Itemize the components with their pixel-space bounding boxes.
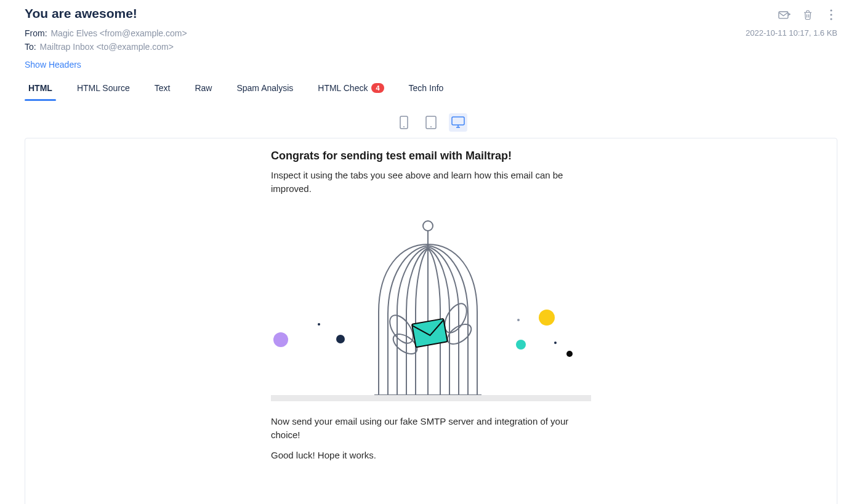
to-value: Mailtrap Inbox <to@example.com> bbox=[40, 42, 174, 52]
svg-point-5 bbox=[403, 126, 405, 127]
header-actions bbox=[778, 9, 837, 21]
tab-raw[interactable]: Raw bbox=[191, 78, 216, 100]
forward-icon[interactable] bbox=[778, 9, 791, 21]
from-label: From: bbox=[25, 28, 47, 38]
svg-point-3 bbox=[830, 18, 832, 20]
from-line: From: Magic Elves <from@example.com> bbox=[25, 27, 187, 41]
svg-point-1 bbox=[830, 9, 832, 11]
viewport-toggles bbox=[25, 113, 837, 132]
svg-point-7 bbox=[430, 126, 432, 127]
header-right: 2022-10-11 10:17, 1.6 KB bbox=[746, 6, 837, 38]
preview-p3: Good luck! Hope it works. bbox=[271, 449, 591, 462]
header: You are awesome! From: Magic Elves <from… bbox=[25, 6, 837, 70]
to-label: To: bbox=[25, 42, 36, 52]
more-icon[interactable] bbox=[825, 9, 837, 21]
cage-icon bbox=[369, 220, 486, 395]
email-subject: You are awesome! bbox=[25, 6, 187, 21]
svg-rect-16 bbox=[412, 319, 448, 347]
dot-navy bbox=[336, 335, 345, 343]
dot-tiny-1 bbox=[318, 323, 320, 326]
email-viewer: You are awesome! From: Magic Elves <from… bbox=[0, 0, 862, 504]
dot-tiny-3 bbox=[554, 342, 557, 344]
trash-icon[interactable] bbox=[802, 9, 814, 21]
desktop-icon[interactable] bbox=[449, 113, 467, 132]
to-line: To: Mailtrap Inbox <to@example.com> bbox=[25, 41, 187, 54]
email-body: Congrats for sending test email with Mai… bbox=[271, 150, 591, 462]
tab-html-check[interactable]: HTML Check 4 bbox=[314, 78, 387, 100]
from-value: Magic Elves <from@example.com> bbox=[50, 28, 187, 38]
mobile-icon[interactable] bbox=[395, 113, 413, 132]
dot-lavender bbox=[273, 332, 288, 347]
dot-black bbox=[566, 351, 573, 357]
html-check-badge: 4 bbox=[371, 83, 384, 93]
dot-yellow bbox=[539, 310, 555, 326]
tab-html[interactable]: HTML bbox=[25, 78, 56, 100]
svg-rect-0 bbox=[779, 12, 788, 18]
show-headers-link[interactable]: Show Headers bbox=[25, 60, 187, 70]
svg-point-2 bbox=[830, 14, 832, 15]
svg-point-9 bbox=[423, 221, 433, 231]
header-left: You are awesome! From: Magic Elves <from… bbox=[25, 6, 187, 70]
preview-heading: Congrats for sending test email with Mai… bbox=[271, 150, 591, 162]
email-preview-frame: Congrats for sending test email with Mai… bbox=[25, 138, 837, 504]
tabs-bar: HTML HTML Source Text Raw Spam Analysis … bbox=[25, 78, 837, 101]
tab-text[interactable]: Text bbox=[151, 78, 174, 100]
preview-p1: Inspect it using the tabs you see above … bbox=[271, 169, 591, 196]
tab-tech-info[interactable]: Tech Info bbox=[405, 78, 448, 100]
tab-spam-analysis[interactable]: Spam Analysis bbox=[233, 78, 297, 100]
dot-tiny-2 bbox=[517, 319, 520, 321]
illustration bbox=[271, 203, 591, 406]
floor-line bbox=[271, 395, 591, 401]
email-date-size: 2022-10-11 10:17, 1.6 KB bbox=[746, 28, 837, 38]
tab-html-source[interactable]: HTML Source bbox=[73, 78, 134, 100]
tablet-icon[interactable] bbox=[422, 113, 440, 132]
dot-teal bbox=[516, 340, 526, 350]
svg-rect-8 bbox=[452, 117, 464, 125]
preview-p2: Now send your email using our fake SMTP … bbox=[271, 415, 591, 442]
